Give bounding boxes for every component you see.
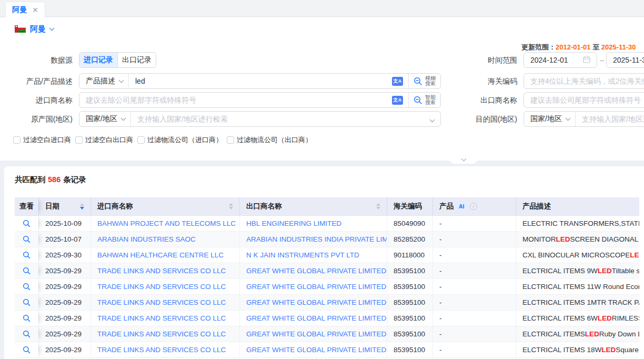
importer-link[interactable]: BAHWAN HEALTHCARE CENTRE LLC [90, 247, 239, 263]
collapse-panel-button[interactable] [444, 156, 484, 164]
date-cell: 2025-09-29 [38, 342, 90, 357]
importer-link[interactable]: TRADE LINKS AND SERVICES CO LLC [90, 326, 239, 342]
chevron-down-icon [120, 116, 126, 121]
importer-link[interactable]: ARABIAN INDUSTRIES SAOC [90, 232, 239, 247]
importer-link[interactable]: TRADE LINKS AND SERVICES CO LLC [90, 311, 239, 326]
importer-link[interactable]: TRADE LINKS AND SERVICES CO LLC [90, 263, 239, 278]
exporter-link[interactable]: GREAT WHITE GLOBAL PRIVATE LIMITED [239, 263, 387, 278]
chevron-down-icon [119, 78, 124, 83]
importer-link[interactable]: TRADE LINKS AND SERVICES CO LLC [90, 342, 239, 357]
checkbox-filter-blank-importer: 过滤空白进口商 [13, 135, 72, 145]
product-field: 产品描述 文A 模糊搜索 [79, 73, 441, 89]
date-end-input[interactable] [607, 53, 644, 67]
translate-icon[interactable]: 文A [392, 96, 403, 105]
translate-icon[interactable]: 文A [392, 77, 403, 86]
zoom-out-icon [414, 77, 422, 86]
time-range-label: 时间范围 [459, 52, 517, 68]
destination-country-input[interactable] [576, 112, 644, 126]
view-magnifier-icon [23, 330, 31, 338]
importer-link[interactable]: TRADE LINKS AND SERVICES CO LLC [90, 295, 239, 310]
update-range-text: 更新范围：2012-01-01 至 2025-11-30 [521, 43, 636, 52]
hs-code-input[interactable] [524, 74, 644, 88]
importer-input[interactable] [79, 93, 392, 107]
hs-code-cell: 85285200 [387, 232, 432, 247]
country-selector[interactable]: 阿曼 [15, 23, 54, 35]
destination-country-select[interactable]: 国家/地区 [524, 114, 575, 124]
header-product: 产品 AI i [432, 197, 516, 215]
view-button[interactable] [15, 216, 38, 231]
sort-date[interactable] [76, 203, 84, 210]
table-row: 2025-09-29 TRADE LINKS AND SERVICES CO L… [15, 326, 639, 342]
view-magnifier-icon [23, 283, 31, 291]
exporter-link[interactable]: GREAT WHITE GLOBAL PRIVATE LIMITED [239, 295, 387, 310]
ai-badge: AI [457, 203, 467, 210]
update-range-end: 2025-11-30 [601, 43, 636, 51]
checkbox[interactable] [13, 136, 21, 144]
exporter-link[interactable]: GREAT WHITE GLOBAL PRIVATE LIMITED [239, 326, 387, 342]
view-button[interactable] [15, 263, 38, 278]
view-magnifier-icon [23, 298, 31, 306]
hs-code-cell: 85049090 [387, 216, 432, 231]
origin-country-select[interactable]: 国家/地区 [79, 114, 130, 124]
date-range-separator: – [599, 52, 605, 68]
destination-country-label: 目的国(地区) [459, 111, 517, 127]
checkbox-filter-logistics-exporter: 过滤物流公司（出口商） [227, 135, 313, 145]
exporter-link[interactable]: ARABIAN INDUSTRIES INDIA PRIVATE LIMIT..… [239, 232, 387, 247]
tab-label: 阿曼 [12, 5, 27, 15]
header-importer: 进口商名称 [90, 197, 239, 215]
view-button[interactable] [15, 311, 38, 326]
checkbox[interactable] [227, 136, 234, 144]
filter-checkboxes: 过滤空白进口商 过滤空白出口商 过滤物流公司（进口商） 过滤物流公司（出口商） [13, 135, 313, 145]
view-button[interactable] [15, 326, 38, 342]
origin-country-input[interactable] [131, 112, 424, 126]
description-cell: ELCTRICAL ITEMS 1MTR TRACK PATT... [516, 295, 639, 310]
hs-code-cell: 85395100 [387, 295, 432, 310]
exporter-link[interactable]: GREAT WHITE GLOBAL PRIVATE LIMITED [239, 279, 387, 294]
checkbox-filter-logistics-importer: 过滤物流公司（进口商） [137, 135, 224, 145]
sort-importer[interactable] [225, 203, 233, 210]
header-description: 产品描述 [516, 197, 639, 215]
date-cell: 2025-09-30 [38, 247, 90, 263]
view-button[interactable] [15, 342, 38, 357]
checkbox[interactable] [137, 136, 145, 144]
table-row: 2025-10-07 ARABIAN INDUSTRIES SAOC ARABI… [15, 232, 639, 247]
product-type-select[interactable]: 产品描述 [79, 76, 128, 86]
view-magnifier-icon [23, 267, 31, 275]
hs-code-cell: 90118000 [387, 247, 432, 263]
exporter-link[interactable]: GREAT WHITE GLOBAL PRIVATE LIMITED [239, 311, 387, 326]
tab-oman[interactable]: 阿曼 ✕ [5, 2, 45, 17]
smart-search-button[interactable]: 智能搜索 [409, 95, 440, 106]
sort-exporter[interactable] [372, 203, 380, 210]
description-cell: ELECTRIC TRANSFORMERS,STATIC C... [516, 216, 639, 231]
view-button[interactable] [15, 232, 38, 247]
importer-link[interactable]: BAHWAN PROJECT AND TELECOMS LLC [90, 216, 239, 231]
description-cell: ELCTRICAL ITEMS 9W LED Tiltable sp... [516, 263, 639, 278]
product-input[interactable] [129, 74, 392, 88]
view-magnifier-icon [23, 251, 31, 259]
table-row: 2025-09-29 TRADE LINKS AND SERVICES CO L… [15, 295, 639, 311]
table-row: 2025-09-29 TRADE LINKS AND SERVICES CO L… [15, 342, 639, 358]
info-icon[interactable]: i [470, 203, 477, 210]
view-button[interactable] [15, 295, 38, 310]
filter-panel: 阿曼 数据源 进口记录 出口记录 更新范围：2012-01-01 至 2025-… [0, 17, 644, 161]
checkbox[interactable] [75, 136, 83, 144]
exporter-link[interactable]: HBL ENGINEERING LIMITED [239, 216, 387, 231]
view-button[interactable] [15, 279, 38, 294]
importer-link[interactable]: TRADE LINKS AND SERVICES CO LLC [90, 279, 239, 294]
date-cell: 2025-09-29 [38, 279, 90, 294]
calendar-icon [577, 56, 597, 65]
hs-code-cell: 85395100 [387, 311, 432, 326]
exporter-link[interactable]: N K JAIN INSTRUMENTS PVT LTD [239, 247, 387, 263]
header-date: 日期 [38, 197, 90, 215]
product-cell: - [432, 279, 516, 294]
view-button[interactable] [15, 247, 38, 263]
fuzzy-search-button[interactable]: 模糊搜索 [409, 76, 440, 87]
date-start-input[interactable] [524, 53, 577, 67]
tab-export-records[interactable]: 出口记录 [117, 53, 156, 67]
hs-code-label: 海关编码 [459, 73, 517, 89]
exporter-input[interactable] [524, 93, 644, 107]
tab-import-records[interactable]: 进口记录 [79, 53, 117, 67]
exporter-link[interactable]: GREAT WHITE GLOBAL PRIVATE LIMITED [239, 342, 387, 357]
data-source-label: 数据源 [11, 52, 73, 68]
close-icon[interactable]: ✕ [32, 6, 38, 14]
